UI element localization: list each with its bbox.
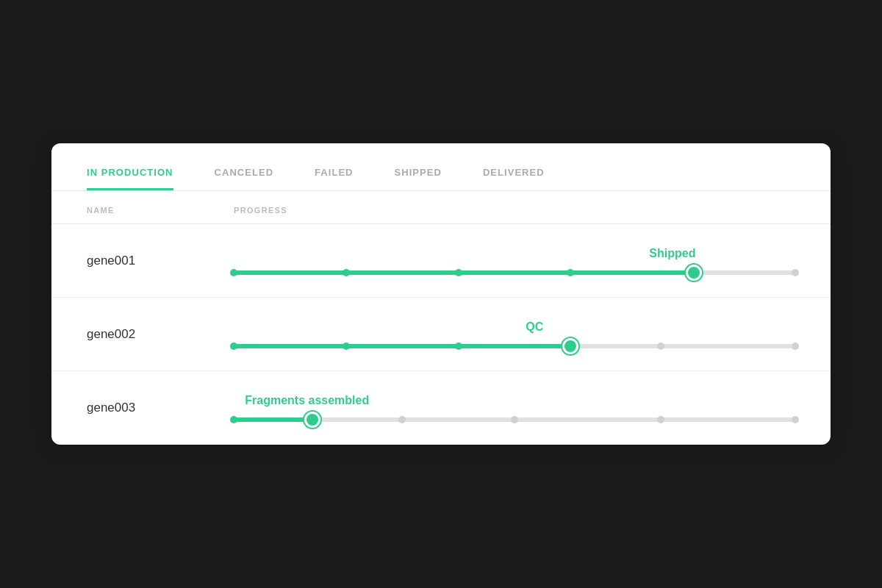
progress-bar-container: Fragments assembled <box>234 387 795 429</box>
step-dot-6 <box>792 343 799 350</box>
step-dot-3 <box>455 343 462 350</box>
step-dot-5 <box>657 416 664 423</box>
progress-status-label: QC <box>526 320 543 334</box>
main-card: IN PRODUCTION CANCELED FAILED SHIPPED DE… <box>51 143 831 445</box>
table-row: gene002 QC <box>51 298 831 371</box>
step-dot-5 <box>657 343 664 350</box>
col-progress-header: PROGRESS <box>234 206 287 215</box>
step-dot-2 <box>343 343 350 350</box>
progress-status-label: Shipped <box>649 247 695 260</box>
tab-bar: IN PRODUCTION CANCELED FAILED SHIPPED DE… <box>51 143 831 191</box>
step-dot-4 <box>567 269 574 276</box>
step-dot-current <box>562 338 578 354</box>
step-dot-6 <box>792 269 799 276</box>
step-dot-current <box>304 412 320 428</box>
step-dot-current <box>686 265 702 281</box>
col-name-header: NAME <box>87 206 234 215</box>
progress-track <box>234 270 795 275</box>
step-dot-2 <box>343 269 350 276</box>
step-dot-1 <box>230 343 237 350</box>
step-dot-3 <box>398 416 406 423</box>
progress-bar-container: Shipped <box>234 240 795 282</box>
step-dot-1 <box>230 416 237 423</box>
progress-fill <box>234 344 570 348</box>
tab-delivered[interactable]: DELIVERED <box>483 167 545 190</box>
progress-fill <box>234 270 694 275</box>
progress-track <box>234 417 795 422</box>
tab-in-production[interactable]: IN PRODUCTION <box>87 167 173 190</box>
tab-canceled[interactable]: CANCELED <box>215 167 274 190</box>
progress-track <box>234 344 795 348</box>
table-header: NAME PROGRESS <box>51 191 831 224</box>
step-dot-4 <box>511 416 518 423</box>
gene-name: gene002 <box>87 327 234 342</box>
step-dot-3 <box>455 269 462 276</box>
step-dot-6 <box>792 416 799 423</box>
progress-bar-container: QC <box>234 313 795 356</box>
gene-name: gene001 <box>87 254 234 268</box>
tab-failed[interactable]: FAILED <box>315 167 353 190</box>
table-row: gene001 Shipped <box>51 224 831 298</box>
gene-name: gene003 <box>87 401 234 415</box>
tab-shipped[interactable]: SHIPPED <box>395 167 442 190</box>
progress-fill <box>234 417 312 422</box>
table-row: gene003 Fragments assembled <box>51 371 831 445</box>
step-dot-1 <box>230 269 237 276</box>
progress-status-label: Fragments assembled <box>245 394 369 407</box>
